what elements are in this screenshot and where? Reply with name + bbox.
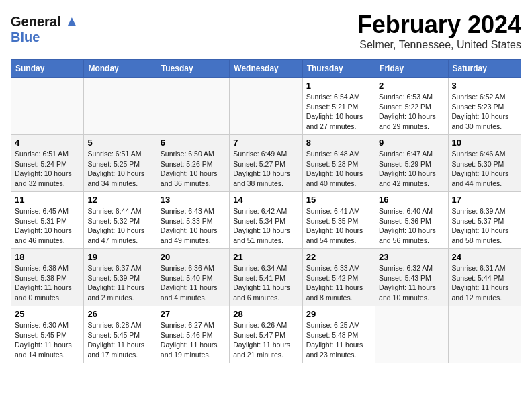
day-info: Sunrise: 6:52 AM Sunset: 5:23 PM Dayligh… bbox=[452, 92, 517, 132]
calendar-header-row: SundayMondayTuesdayWednesdayThursdayFrid… bbox=[11, 60, 521, 78]
day-number: 23 bbox=[379, 252, 444, 262]
calendar-cell: 1Sunrise: 6:54 AM Sunset: 5:21 PM Daylig… bbox=[302, 78, 375, 135]
calendar-cell bbox=[84, 78, 157, 135]
day-number: 8 bbox=[306, 138, 371, 148]
day-number: 10 bbox=[452, 138, 517, 148]
calendar-title: February 2024 bbox=[11, 11, 521, 39]
day-number: 20 bbox=[161, 252, 226, 262]
day-info: Sunrise: 6:33 AM Sunset: 5:42 PM Dayligh… bbox=[306, 263, 371, 303]
calendar-cell: 15Sunrise: 6:41 AM Sunset: 5:35 PM Dayli… bbox=[302, 192, 375, 249]
day-info: Sunrise: 6:39 AM Sunset: 5:37 PM Dayligh… bbox=[452, 206, 517, 246]
day-info: Sunrise: 6:45 AM Sunset: 5:31 PM Dayligh… bbox=[15, 206, 80, 246]
calendar-cell bbox=[448, 306, 521, 363]
calendar-cell: 3Sunrise: 6:52 AM Sunset: 5:23 PM Daylig… bbox=[448, 78, 521, 135]
calendar-table: SundayMondayTuesdayWednesdayThursdayFrid… bbox=[11, 59, 521, 363]
calendar-cell: 17Sunrise: 6:39 AM Sunset: 5:37 PM Dayli… bbox=[448, 192, 521, 249]
calendar-cell: 19Sunrise: 6:37 AM Sunset: 5:39 PM Dayli… bbox=[84, 249, 157, 306]
calendar-cell: 11Sunrise: 6:45 AM Sunset: 5:31 PM Dayli… bbox=[11, 192, 84, 249]
calendar-cell: 21Sunrise: 6:34 AM Sunset: 5:41 PM Dayli… bbox=[230, 249, 302, 306]
day-number: 25 bbox=[15, 309, 80, 319]
calendar-cell: 10Sunrise: 6:46 AM Sunset: 5:30 PM Dayli… bbox=[448, 135, 521, 192]
calendar-cell: 23Sunrise: 6:32 AM Sunset: 5:43 PM Dayli… bbox=[375, 249, 448, 306]
day-number: 14 bbox=[233, 195, 298, 205]
page-header: General ▲ Blue February 2024 Selmer, Ten… bbox=[11, 11, 521, 54]
day-info: Sunrise: 6:51 AM Sunset: 5:24 PM Dayligh… bbox=[15, 149, 80, 189]
logo: General ▲ Blue bbox=[11, 13, 79, 44]
day-number: 29 bbox=[306, 309, 371, 319]
column-header-saturday: Saturday bbox=[448, 60, 521, 78]
calendar-cell: 12Sunrise: 6:44 AM Sunset: 5:32 PM Dayli… bbox=[84, 192, 157, 249]
day-number: 11 bbox=[15, 195, 80, 205]
day-info: Sunrise: 6:46 AM Sunset: 5:30 PM Dayligh… bbox=[452, 149, 517, 189]
column-header-monday: Monday bbox=[84, 60, 157, 78]
day-number: 3 bbox=[452, 81, 517, 91]
day-number: 7 bbox=[233, 138, 298, 148]
calendar-header: February 2024 Selmer, Tennessee, United … bbox=[11, 11, 521, 51]
calendar-cell: 20Sunrise: 6:36 AM Sunset: 5:40 PM Dayli… bbox=[157, 249, 229, 306]
day-number: 4 bbox=[15, 138, 80, 148]
day-info: Sunrise: 6:40 AM Sunset: 5:36 PM Dayligh… bbox=[379, 206, 444, 246]
calendar-cell: 7Sunrise: 6:49 AM Sunset: 5:27 PM Daylig… bbox=[230, 135, 302, 192]
day-number: 9 bbox=[379, 138, 444, 148]
day-number: 27 bbox=[161, 309, 226, 319]
calendar-cell bbox=[157, 78, 229, 135]
calendar-cell: 5Sunrise: 6:51 AM Sunset: 5:25 PM Daylig… bbox=[84, 135, 157, 192]
day-info: Sunrise: 6:36 AM Sunset: 5:40 PM Dayligh… bbox=[161, 263, 226, 303]
day-number: 16 bbox=[379, 195, 444, 205]
calendar-cell: 4Sunrise: 6:51 AM Sunset: 5:24 PM Daylig… bbox=[11, 135, 84, 192]
calendar-cell: 13Sunrise: 6:43 AM Sunset: 5:33 PM Dayli… bbox=[157, 192, 229, 249]
calendar-cell: 16Sunrise: 6:40 AM Sunset: 5:36 PM Dayli… bbox=[375, 192, 448, 249]
column-header-sunday: Sunday bbox=[11, 60, 84, 78]
calendar-week-row: 1Sunrise: 6:54 AM Sunset: 5:21 PM Daylig… bbox=[11, 78, 521, 135]
day-info: Sunrise: 6:30 AM Sunset: 5:45 PM Dayligh… bbox=[15, 320, 80, 360]
day-info: Sunrise: 6:26 AM Sunset: 5:47 PM Dayligh… bbox=[233, 320, 298, 360]
day-info: Sunrise: 6:27 AM Sunset: 5:46 PM Dayligh… bbox=[161, 320, 226, 360]
day-number: 13 bbox=[161, 195, 226, 205]
day-info: Sunrise: 6:34 AM Sunset: 5:41 PM Dayligh… bbox=[233, 263, 298, 303]
day-number: 19 bbox=[87, 252, 152, 262]
column-header-thursday: Thursday bbox=[302, 60, 375, 78]
calendar-cell: 14Sunrise: 6:42 AM Sunset: 5:34 PM Dayli… bbox=[230, 192, 302, 249]
calendar-cell: 26Sunrise: 6:28 AM Sunset: 5:45 PM Dayli… bbox=[84, 306, 157, 363]
day-number: 15 bbox=[306, 195, 371, 205]
day-info: Sunrise: 6:48 AM Sunset: 5:28 PM Dayligh… bbox=[306, 149, 371, 189]
day-number: 26 bbox=[87, 309, 152, 319]
day-info: Sunrise: 6:28 AM Sunset: 5:45 PM Dayligh… bbox=[87, 320, 152, 360]
calendar-cell: 2Sunrise: 6:53 AM Sunset: 5:22 PM Daylig… bbox=[375, 78, 448, 135]
day-info: Sunrise: 6:31 AM Sunset: 5:44 PM Dayligh… bbox=[452, 263, 517, 303]
day-info: Sunrise: 6:41 AM Sunset: 5:35 PM Dayligh… bbox=[306, 206, 371, 246]
calendar-subtitle: Selmer, Tennessee, United States bbox=[11, 39, 521, 51]
day-info: Sunrise: 6:37 AM Sunset: 5:39 PM Dayligh… bbox=[87, 263, 152, 303]
calendar-cell bbox=[11, 78, 84, 135]
calendar-cell: 25Sunrise: 6:30 AM Sunset: 5:45 PM Dayli… bbox=[11, 306, 84, 363]
day-info: Sunrise: 6:49 AM Sunset: 5:27 PM Dayligh… bbox=[233, 149, 298, 189]
day-info: Sunrise: 6:53 AM Sunset: 5:22 PM Dayligh… bbox=[379, 92, 444, 132]
column-header-friday: Friday bbox=[375, 60, 448, 78]
logo-bird-icon: ▲ bbox=[64, 13, 79, 30]
day-number: 28 bbox=[233, 309, 298, 319]
day-number: 22 bbox=[306, 252, 371, 262]
day-number: 6 bbox=[161, 138, 226, 148]
day-info: Sunrise: 6:42 AM Sunset: 5:34 PM Dayligh… bbox=[233, 206, 298, 246]
calendar-cell: 9Sunrise: 6:47 AM Sunset: 5:29 PM Daylig… bbox=[375, 135, 448, 192]
day-info: Sunrise: 6:51 AM Sunset: 5:25 PM Dayligh… bbox=[87, 149, 152, 189]
calendar-cell: 22Sunrise: 6:33 AM Sunset: 5:42 PM Dayli… bbox=[302, 249, 375, 306]
day-number: 1 bbox=[306, 81, 371, 91]
calendar-cell: 24Sunrise: 6:31 AM Sunset: 5:44 PM Dayli… bbox=[448, 249, 521, 306]
calendar-cell: 6Sunrise: 6:50 AM Sunset: 5:26 PM Daylig… bbox=[157, 135, 229, 192]
calendar-cell bbox=[230, 78, 302, 135]
day-number: 12 bbox=[87, 195, 152, 205]
day-info: Sunrise: 6:43 AM Sunset: 5:33 PM Dayligh… bbox=[161, 206, 226, 246]
logo-general: General bbox=[11, 14, 60, 29]
day-info: Sunrise: 6:50 AM Sunset: 5:26 PM Dayligh… bbox=[161, 149, 226, 189]
calendar-cell: 18Sunrise: 6:38 AM Sunset: 5:38 PM Dayli… bbox=[11, 249, 84, 306]
day-info: Sunrise: 6:38 AM Sunset: 5:38 PM Dayligh… bbox=[15, 263, 80, 303]
day-info: Sunrise: 6:25 AM Sunset: 5:48 PM Dayligh… bbox=[306, 320, 371, 360]
calendar-week-row: 4Sunrise: 6:51 AM Sunset: 5:24 PM Daylig… bbox=[11, 135, 521, 192]
day-info: Sunrise: 6:44 AM Sunset: 5:32 PM Dayligh… bbox=[87, 206, 152, 246]
calendar-cell: 28Sunrise: 6:26 AM Sunset: 5:47 PM Dayli… bbox=[230, 306, 302, 363]
day-number: 2 bbox=[379, 81, 444, 91]
column-header-wednesday: Wednesday bbox=[230, 60, 302, 78]
calendar-week-row: 18Sunrise: 6:38 AM Sunset: 5:38 PM Dayli… bbox=[11, 249, 521, 306]
day-number: 21 bbox=[233, 252, 298, 262]
